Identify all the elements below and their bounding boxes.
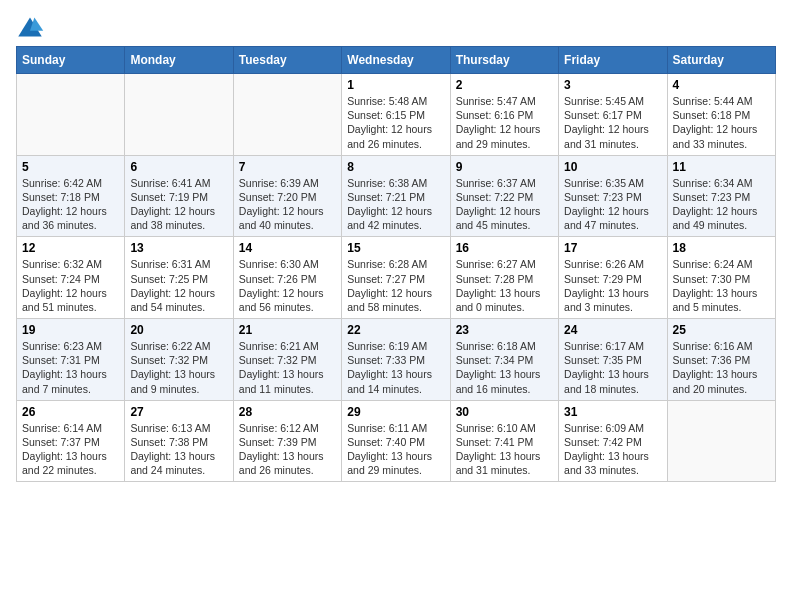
day-number: 18 [673, 241, 770, 255]
day-number: 14 [239, 241, 336, 255]
day-info: Sunrise: 6:30 AMSunset: 7:26 PMDaylight:… [239, 257, 336, 314]
day-number: 27 [130, 405, 227, 419]
day-info: Sunrise: 6:31 AMSunset: 7:25 PMDaylight:… [130, 257, 227, 314]
day-number: 2 [456, 78, 553, 92]
day-number: 22 [347, 323, 444, 337]
calendar-cell: 23Sunrise: 6:18 AMSunset: 7:34 PMDayligh… [450, 319, 558, 401]
day-info: Sunrise: 6:10 AMSunset: 7:41 PMDaylight:… [456, 421, 553, 478]
day-info: Sunrise: 6:37 AMSunset: 7:22 PMDaylight:… [456, 176, 553, 233]
calendar-cell: 9Sunrise: 6:37 AMSunset: 7:22 PMDaylight… [450, 155, 558, 237]
day-number: 29 [347, 405, 444, 419]
day-number: 4 [673, 78, 770, 92]
calendar-cell: 5Sunrise: 6:42 AMSunset: 7:18 PMDaylight… [17, 155, 125, 237]
col-header-saturday: Saturday [667, 47, 775, 74]
day-info: Sunrise: 6:24 AMSunset: 7:30 PMDaylight:… [673, 257, 770, 314]
day-info: Sunrise: 6:42 AMSunset: 7:18 PMDaylight:… [22, 176, 119, 233]
calendar-cell: 21Sunrise: 6:21 AMSunset: 7:32 PMDayligh… [233, 319, 341, 401]
day-info: Sunrise: 6:39 AMSunset: 7:20 PMDaylight:… [239, 176, 336, 233]
day-number: 8 [347, 160, 444, 174]
day-info: Sunrise: 6:16 AMSunset: 7:36 PMDaylight:… [673, 339, 770, 396]
day-number: 12 [22, 241, 119, 255]
day-number: 25 [673, 323, 770, 337]
calendar-cell: 3Sunrise: 5:45 AMSunset: 6:17 PMDaylight… [559, 74, 667, 156]
calendar-cell: 14Sunrise: 6:30 AMSunset: 7:26 PMDayligh… [233, 237, 341, 319]
day-info: Sunrise: 6:35 AMSunset: 7:23 PMDaylight:… [564, 176, 661, 233]
calendar-cell: 2Sunrise: 5:47 AMSunset: 6:16 PMDaylight… [450, 74, 558, 156]
col-header-monday: Monday [125, 47, 233, 74]
day-info: Sunrise: 6:13 AMSunset: 7:38 PMDaylight:… [130, 421, 227, 478]
calendar-cell: 19Sunrise: 6:23 AMSunset: 7:31 PMDayligh… [17, 319, 125, 401]
calendar-cell: 7Sunrise: 6:39 AMSunset: 7:20 PMDaylight… [233, 155, 341, 237]
day-info: Sunrise: 6:14 AMSunset: 7:37 PMDaylight:… [22, 421, 119, 478]
calendar-cell: 24Sunrise: 6:17 AMSunset: 7:35 PMDayligh… [559, 319, 667, 401]
calendar-cell: 25Sunrise: 6:16 AMSunset: 7:36 PMDayligh… [667, 319, 775, 401]
calendar-cell: 28Sunrise: 6:12 AMSunset: 7:39 PMDayligh… [233, 400, 341, 482]
day-number: 30 [456, 405, 553, 419]
logo-icon [16, 16, 44, 38]
day-info: Sunrise: 6:28 AMSunset: 7:27 PMDaylight:… [347, 257, 444, 314]
day-number: 9 [456, 160, 553, 174]
calendar-week-5: 26Sunrise: 6:14 AMSunset: 7:37 PMDayligh… [17, 400, 776, 482]
day-info: Sunrise: 6:11 AMSunset: 7:40 PMDaylight:… [347, 421, 444, 478]
calendar-cell: 30Sunrise: 6:10 AMSunset: 7:41 PMDayligh… [450, 400, 558, 482]
calendar-week-1: 1Sunrise: 5:48 AMSunset: 6:15 PMDaylight… [17, 74, 776, 156]
day-number: 19 [22, 323, 119, 337]
day-number: 31 [564, 405, 661, 419]
calendar-week-2: 5Sunrise: 6:42 AMSunset: 7:18 PMDaylight… [17, 155, 776, 237]
col-header-friday: Friday [559, 47, 667, 74]
calendar-cell: 11Sunrise: 6:34 AMSunset: 7:23 PMDayligh… [667, 155, 775, 237]
calendar-cell: 20Sunrise: 6:22 AMSunset: 7:32 PMDayligh… [125, 319, 233, 401]
day-number: 3 [564, 78, 661, 92]
day-info: Sunrise: 6:32 AMSunset: 7:24 PMDaylight:… [22, 257, 119, 314]
calendar-cell: 16Sunrise: 6:27 AMSunset: 7:28 PMDayligh… [450, 237, 558, 319]
calendar-cell: 22Sunrise: 6:19 AMSunset: 7:33 PMDayligh… [342, 319, 450, 401]
calendar-cell: 29Sunrise: 6:11 AMSunset: 7:40 PMDayligh… [342, 400, 450, 482]
day-info: Sunrise: 6:27 AMSunset: 7:28 PMDaylight:… [456, 257, 553, 314]
day-info: Sunrise: 6:34 AMSunset: 7:23 PMDaylight:… [673, 176, 770, 233]
header [16, 16, 776, 38]
day-info: Sunrise: 6:38 AMSunset: 7:21 PMDaylight:… [347, 176, 444, 233]
day-info: Sunrise: 6:09 AMSunset: 7:42 PMDaylight:… [564, 421, 661, 478]
day-info: Sunrise: 5:47 AMSunset: 6:16 PMDaylight:… [456, 94, 553, 151]
day-info: Sunrise: 5:45 AMSunset: 6:17 PMDaylight:… [564, 94, 661, 151]
col-header-sunday: Sunday [17, 47, 125, 74]
calendar-cell: 10Sunrise: 6:35 AMSunset: 7:23 PMDayligh… [559, 155, 667, 237]
col-header-thursday: Thursday [450, 47, 558, 74]
day-number: 6 [130, 160, 227, 174]
day-number: 26 [22, 405, 119, 419]
calendar-cell: 26Sunrise: 6:14 AMSunset: 7:37 PMDayligh… [17, 400, 125, 482]
day-info: Sunrise: 6:19 AMSunset: 7:33 PMDaylight:… [347, 339, 444, 396]
day-number: 1 [347, 78, 444, 92]
day-info: Sunrise: 5:44 AMSunset: 6:18 PMDaylight:… [673, 94, 770, 151]
col-header-wednesday: Wednesday [342, 47, 450, 74]
day-number: 21 [239, 323, 336, 337]
day-number: 15 [347, 241, 444, 255]
calendar-cell [17, 74, 125, 156]
day-info: Sunrise: 6:21 AMSunset: 7:32 PMDaylight:… [239, 339, 336, 396]
day-number: 17 [564, 241, 661, 255]
day-number: 20 [130, 323, 227, 337]
day-info: Sunrise: 6:12 AMSunset: 7:39 PMDaylight:… [239, 421, 336, 478]
calendar-cell: 15Sunrise: 6:28 AMSunset: 7:27 PMDayligh… [342, 237, 450, 319]
calendar-cell: 6Sunrise: 6:41 AMSunset: 7:19 PMDaylight… [125, 155, 233, 237]
day-number: 5 [22, 160, 119, 174]
day-number: 23 [456, 323, 553, 337]
day-number: 11 [673, 160, 770, 174]
day-info: Sunrise: 6:23 AMSunset: 7:31 PMDaylight:… [22, 339, 119, 396]
day-info: Sunrise: 6:17 AMSunset: 7:35 PMDaylight:… [564, 339, 661, 396]
calendar-cell [233, 74, 341, 156]
day-info: Sunrise: 6:18 AMSunset: 7:34 PMDaylight:… [456, 339, 553, 396]
day-number: 16 [456, 241, 553, 255]
calendar-table: SundayMondayTuesdayWednesdayThursdayFrid… [16, 46, 776, 482]
day-info: Sunrise: 6:22 AMSunset: 7:32 PMDaylight:… [130, 339, 227, 396]
calendar-cell: 4Sunrise: 5:44 AMSunset: 6:18 PMDaylight… [667, 74, 775, 156]
day-info: Sunrise: 6:26 AMSunset: 7:29 PMDaylight:… [564, 257, 661, 314]
day-info: Sunrise: 5:48 AMSunset: 6:15 PMDaylight:… [347, 94, 444, 151]
col-header-tuesday: Tuesday [233, 47, 341, 74]
day-number: 13 [130, 241, 227, 255]
calendar-cell: 27Sunrise: 6:13 AMSunset: 7:38 PMDayligh… [125, 400, 233, 482]
calendar-week-4: 19Sunrise: 6:23 AMSunset: 7:31 PMDayligh… [17, 319, 776, 401]
calendar-cell [125, 74, 233, 156]
day-number: 28 [239, 405, 336, 419]
day-info: Sunrise: 6:41 AMSunset: 7:19 PMDaylight:… [130, 176, 227, 233]
